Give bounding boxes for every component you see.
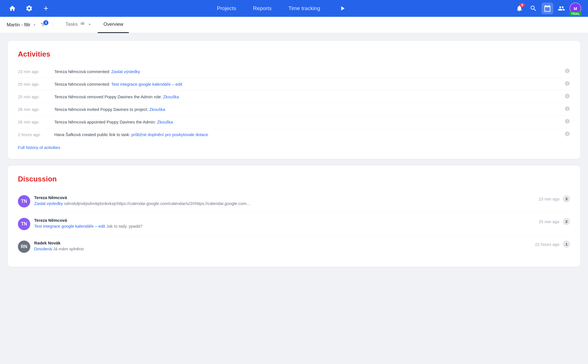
activity-row: 25 min ago Tereza Němcová commented: Tes…: [18, 78, 570, 90]
tab-tasks[interactable]: Tasks: [60, 17, 98, 33]
play-icon[interactable]: [337, 3, 348, 14]
discussion-avatar: TN: [18, 195, 30, 207]
discussion-author: Tereza Němcová: [34, 195, 535, 200]
discussion-content: Tereza Němcová Test integrace google kal…: [34, 218, 535, 228]
discussion-message: Zaslat výsledky sdinskdjnvkjsdnvkjdxnkvk…: [34, 201, 286, 206]
discussion-list: TN Tereza Němcová Zaslat výsledky sdinsk…: [18, 190, 570, 258]
activity-link[interactable]: Zkouška: [157, 120, 173, 124]
discussion-card: Discussion TN Tereza Němcová Zaslat výsl…: [8, 166, 580, 267]
discussion-task-link[interactable]: Dovolená: [34, 246, 52, 251]
activity-info-icon[interactable]: [562, 131, 570, 138]
sub-navigation: Martin - filtr 3 Tasks Overview: [0, 17, 588, 33]
discussion-message: Dovolená Já mám splněno: [34, 246, 286, 251]
discussion-time: 25 min ago: [539, 219, 559, 224]
projects-nav-link[interactable]: Projects: [217, 5, 236, 11]
top-navigation: Projects Reports Time tracking 8 M TRIAL: [0, 0, 588, 17]
search-button[interactable]: [528, 3, 539, 14]
activity-link[interactable]: průbžné doplnění pro poskytovale dotace: [131, 132, 208, 137]
activity-text: Tereza Němcová invited Poppy Davines to …: [54, 107, 562, 112]
filter-section: Martin - filtr 3: [7, 22, 53, 28]
activity-info-icon[interactable]: [562, 68, 570, 75]
settings-icon[interactable]: [24, 3, 35, 14]
tasks-tab-label: Tasks: [66, 22, 78, 27]
activity-info-icon[interactable]: [562, 93, 570, 100]
activity-row: 26 min ago Tereza Němcová appointed Popp…: [18, 116, 570, 128]
discussion-item: TN Tereza Němcová Zaslat výsledky sdinsk…: [18, 190, 570, 213]
home-icon[interactable]: [7, 3, 18, 14]
activity-link[interactable]: Test integrace google kalendáře – edit: [111, 82, 182, 87]
activity-text: Hana Šafková created public link to task…: [54, 132, 562, 137]
activity-time: 25 min ago: [18, 82, 54, 87]
discussion-avatar: RN: [18, 241, 30, 253]
main-content: Activities 23 min ago Tereza Němcová com…: [0, 33, 588, 281]
discussion-meta: 25 min ago 2: [539, 218, 570, 225]
discussion-message: Test integrace google kalendáře – edit J…: [34, 224, 286, 228]
activity-text: Tereza Němcová removed Poppy Davines the…: [54, 94, 562, 99]
activities-card: Activities 23 min ago Tereza Němcová com…: [8, 41, 580, 159]
discussion-meta: 23 min ago 3: [539, 195, 570, 202]
filter-button[interactable]: 3: [40, 22, 46, 28]
discussion-avatar: TN: [18, 218, 30, 230]
discussion-item: RN Radek Novák Dovolená Já mám splněno 2…: [18, 235, 570, 258]
add-icon[interactable]: [40, 3, 52, 14]
time-tracking-nav-link[interactable]: Time tracking: [288, 5, 320, 11]
activity-row: 23 min ago Tereza Němcová commented: Zas…: [18, 65, 570, 78]
notification-badge: 8: [520, 3, 525, 7]
activity-info-icon[interactable]: [562, 118, 570, 125]
activity-info-icon[interactable]: [562, 106, 570, 113]
tab-overview[interactable]: Overview: [98, 17, 129, 33]
activities-list: 23 min ago Tereza Němcová commented: Zas…: [18, 65, 570, 141]
tab-section: Tasks Overview: [60, 17, 129, 33]
activity-text: Tereza Němcová commented: Test integrace…: [54, 82, 562, 87]
filter-badge: 3: [43, 20, 48, 25]
overview-tab-label: Overview: [103, 22, 123, 27]
activity-time: 25 min ago: [18, 94, 54, 99]
discussion-meta: 22 hours ago 1: [535, 241, 570, 248]
discussion-time: 22 hours ago: [535, 242, 559, 247]
activity-time: 26 min ago: [18, 120, 54, 124]
activity-info-icon[interactable]: [562, 81, 570, 87]
discussion-item: TN Tereza Němcová Test integrace google …: [18, 213, 570, 235]
discussion-title: Discussion: [18, 175, 570, 183]
full-history-link[interactable]: Full history of activities: [18, 145, 60, 150]
calendar-button[interactable]: [542, 3, 553, 14]
discussion-count: 2: [563, 218, 570, 225]
user-avatar-wrapper: M TRIAL: [570, 3, 581, 14]
activity-row: 26 min ago Tereza Němcová invited Poppy …: [18, 103, 570, 116]
discussion-count: 1: [563, 241, 570, 248]
trial-badge: TRIAL: [569, 11, 582, 16]
activity-row: 2 hours ago Hana Šafková created public …: [18, 128, 570, 141]
team-button[interactable]: [556, 3, 567, 14]
activity-link[interactable]: Zaslat výsledky: [111, 69, 140, 74]
activities-title: Activities: [18, 50, 570, 59]
activity-time: 26 min ago: [18, 107, 54, 112]
discussion-task-link[interactable]: Zaslat výsledky: [34, 201, 63, 206]
activity-link[interactable]: Zkouška: [163, 94, 179, 99]
discussion-author: Radek Novák: [34, 241, 531, 245]
activity-link[interactable]: Zkouška: [149, 107, 165, 112]
discussion-content: Radek Novák Dovolená Já mám splněno: [34, 241, 531, 251]
activity-time: 23 min ago: [18, 69, 54, 74]
filter-label[interactable]: Martin - filtr: [7, 22, 37, 28]
reports-nav-link[interactable]: Reports: [253, 5, 272, 11]
discussion-time: 23 min ago: [539, 197, 559, 201]
activity-text: Tereza Němcová appointed Poppy Davines t…: [54, 120, 562, 124]
activity-time: 2 hours ago: [18, 132, 54, 137]
discussion-author: Tereza Němcová: [34, 218, 535, 223]
discussion-content: Tereza Němcová Zaslat výsledky sdinskdjn…: [34, 195, 535, 206]
discussion-task-link[interactable]: Test integrace google kalendáře – edit: [34, 224, 105, 228]
activity-text: Tereza Němcová commented: Zaslat výsledk…: [54, 69, 562, 74]
filter-label-text: Martin - filtr: [7, 22, 31, 28]
discussion-count: 3: [563, 195, 570, 202]
activity-row: 25 min ago Tereza Němcová removed Poppy …: [18, 90, 570, 103]
notifications-button[interactable]: 8: [514, 3, 525, 14]
